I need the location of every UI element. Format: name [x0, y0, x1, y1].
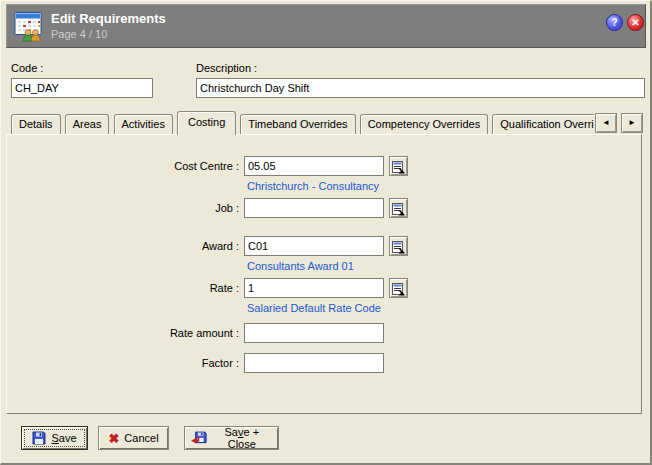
rate-lookup-button[interactable]: [389, 278, 408, 298]
tab-strip: Details Areas Activities Costing Timeban…: [11, 111, 594, 135]
award-lookup-button[interactable]: [389, 236, 408, 256]
save-button[interactable]: Save: [21, 426, 88, 450]
save-floppy-icon: [32, 431, 46, 445]
award-description: Consultants Award 01: [247, 260, 354, 272]
award-label: Award :: [1, 236, 239, 256]
job-label: Job :: [1, 198, 239, 218]
help-icon: ?: [611, 17, 617, 28]
cost-centre-lookup-button[interactable]: [389, 156, 408, 176]
save-close-button-label: Save + Close: [212, 426, 272, 450]
cancel-button[interactable]: ✖ Cancel: [98, 426, 169, 450]
rate-amount-input[interactable]: [244, 323, 384, 343]
cancel-x-icon: ✖: [108, 432, 119, 445]
lookup-list-icon: [392, 241, 405, 254]
page-indicator: Page 4 / 10: [51, 28, 107, 40]
factor-label: Factor :: [1, 353, 239, 373]
job-input[interactable]: [244, 198, 384, 218]
tab-costing[interactable]: Costing: [177, 111, 236, 135]
tab-competency-overrides[interactable]: Competency Overrides: [360, 114, 489, 134]
help-button[interactable]: ?: [606, 14, 623, 31]
save-close-floppy-arrow-icon: [191, 431, 207, 446]
cost-centre-description: Christchurch - Consultancy: [247, 180, 379, 192]
arrow-left-icon: ◄: [602, 118, 610, 127]
tab-details[interactable]: Details: [11, 114, 61, 134]
dialog-header: Edit Requirements Page 4 / 10 ? ✕: [6, 4, 646, 48]
cost-centre-label: Cost Centre :: [1, 156, 239, 176]
cancel-button-label: Cancel: [124, 432, 158, 444]
close-button[interactable]: ✕: [627, 14, 644, 31]
tab-activities[interactable]: Activities: [114, 114, 173, 134]
description-label: Description :: [196, 62, 257, 75]
rate-description: Salaried Default Rate Code: [247, 302, 381, 314]
tab-scroll-right-button[interactable]: ►: [621, 113, 643, 133]
edit-requirements-dialog: Edit Requirements Page 4 / 10 ? ✕ Code :…: [0, 0, 652, 465]
lookup-list-icon: [392, 203, 405, 216]
rate-label: Rate :: [1, 278, 239, 298]
save-close-button[interactable]: Save + Close: [184, 426, 279, 450]
cost-centre-input[interactable]: [244, 156, 384, 176]
tab-qualification-overrides[interactable]: Qualification Overrides: [492, 114, 594, 134]
save-button-label: Save: [51, 432, 76, 444]
lookup-list-icon: [392, 161, 405, 174]
job-lookup-button[interactable]: [389, 198, 408, 218]
tab-scroll-left-button[interactable]: ◄: [595, 113, 617, 133]
arrow-right-icon: ►: [628, 118, 636, 127]
tab-scroll-buttons: ◄ ►: [594, 113, 643, 133]
description-input[interactable]: [196, 78, 645, 98]
code-label: Code :: [11, 62, 43, 75]
factor-input[interactable]: [244, 353, 384, 373]
tab-areas[interactable]: Areas: [65, 114, 110, 134]
dialog-title: Edit Requirements: [51, 11, 166, 26]
schedule-calendar-icon: [14, 11, 44, 42]
rate-input[interactable]: [244, 278, 384, 298]
code-input[interactable]: [11, 78, 153, 98]
close-icon: ✕: [631, 17, 639, 28]
lookup-list-icon: [392, 283, 405, 296]
tab-timeband-overrides[interactable]: Timeband Overrides: [240, 114, 355, 134]
rate-amount-label: Rate amount :: [1, 323, 239, 343]
award-input[interactable]: [244, 236, 384, 256]
